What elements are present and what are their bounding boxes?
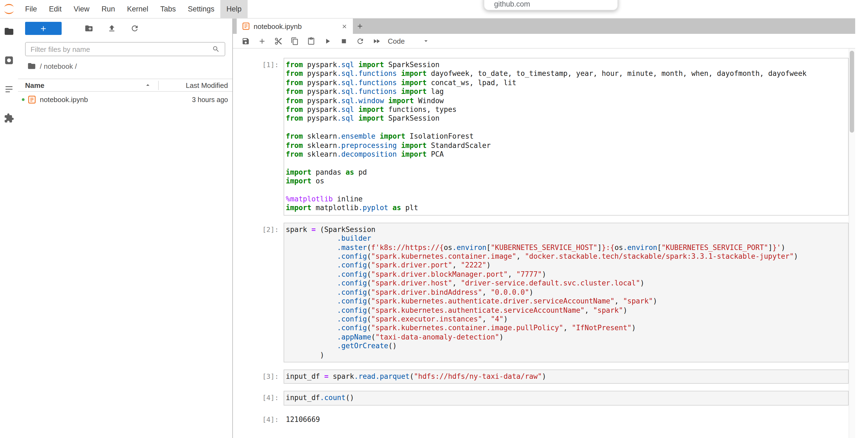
file-name: notebook.ipynb: [40, 95, 159, 104]
code-line: input_df.count(): [286, 394, 846, 403]
stop-icon: [340, 37, 348, 45]
code-cell[interactable]: [1]:from pyspark.sql import SparkSession…: [233, 58, 855, 215]
cell-type-dropdown[interactable]: Code: [388, 37, 430, 45]
notebook-file-icon: [28, 95, 36, 104]
breadcrumb-path: / notebook /: [40, 62, 77, 70]
scrollbar-thumb[interactable]: [850, 51, 854, 133]
restart-kernel-button[interactable]: [353, 35, 367, 47]
menu-help[interactable]: Help: [220, 0, 248, 18]
file-modified: 3 hours ago: [159, 96, 232, 104]
copy-icon: [290, 37, 299, 45]
interrupt-kernel-button[interactable]: [337, 35, 351, 47]
folder-icon: [4, 26, 14, 36]
sidebar-tab-running[interactable]: [4, 55, 14, 65]
new-folder-icon: [84, 24, 93, 33]
menu-view[interactable]: View: [68, 0, 95, 18]
notebook-cells: [1]:from pyspark.sql import SparkSession…: [233, 58, 855, 427]
code-line: from pyspark.sql.functions import lag: [286, 87, 846, 96]
tab-close-button[interactable]: [340, 22, 348, 31]
code-line: from pyspark.sql import SparkSession: [286, 114, 846, 123]
copy-cell-button[interactable]: [287, 35, 302, 47]
code-line: from pyspark.sql.window import Window: [286, 96, 846, 105]
restart-run-all-button[interactable]: [369, 35, 383, 47]
chevron-down-icon: [422, 37, 430, 45]
code-line: [286, 186, 846, 195]
column-header-modified[interactable]: Last Modified: [159, 81, 232, 89]
code-line: .config("spark.kubernetes.container.imag…: [286, 324, 846, 333]
new-folder-button[interactable]: [84, 24, 93, 33]
cut-icon: [274, 37, 282, 45]
file-browser-toolbar: [18, 20, 232, 36]
plus-icon: [356, 22, 364, 30]
home-folder-icon: [27, 62, 36, 70]
code-line: .master(f'k8s://https://{os.environ["KUB…: [286, 243, 846, 252]
sort-ascending-icon: [144, 81, 152, 89]
tab-label: notebook.ipynb: [254, 22, 302, 30]
running-kernel-dot: [22, 98, 25, 101]
sidebar-tab-file-browser[interactable]: [4, 26, 14, 36]
code-line: .config("spark.driver.bindAddress", "0.0…: [286, 288, 846, 297]
menu-edit[interactable]: Edit: [43, 0, 68, 18]
paste-icon: [307, 37, 315, 45]
plus-icon: [258, 37, 266, 45]
code-line: from pyspark.sql import functions, types: [286, 105, 846, 114]
close-icon: [341, 23, 347, 29]
code-line: .config("spark.driver.blockManager.port"…: [286, 270, 846, 279]
popup-domain: github.com: [494, 0, 530, 8]
cell-prompt: [2]:: [233, 223, 284, 362]
file-browser-panel: / notebook / Name Last Modified notebook…: [18, 19, 233, 438]
code-line: import os: [286, 177, 846, 186]
code-line: from pyspark.sql import SparkSession: [286, 61, 846, 69]
refresh-button[interactable]: [130, 24, 139, 33]
code-cell[interactable]: [3]:input_df = spark.read.parquet("hdfs:…: [233, 370, 855, 384]
menu-bar: File Edit View Run Kernel Tabs Settings …: [0, 0, 855, 19]
new-launcher-button[interactable]: [25, 22, 62, 35]
code-line: spark = (SparkSession: [286, 226, 846, 234]
file-row[interactable]: notebook.ipynb 3 hours ago: [18, 93, 232, 107]
code-line: .config("spark.kubernetes.container.imag…: [286, 252, 846, 261]
notebook-panel: [1]:from pyspark.sql import SparkSession…: [233, 49, 855, 438]
code-cell[interactable]: [2]:spark = (SparkSession .builder .mast…: [233, 223, 855, 362]
cell-editor[interactable]: input_df.count(): [284, 391, 849, 406]
jupyter-logo: [3, 3, 15, 15]
menu-run[interactable]: Run: [95, 0, 121, 18]
cell-type-value: Code: [388, 37, 405, 45]
code-line: .appName("taxi-data-anomaly-detection"): [286, 333, 846, 342]
cell-editor[interactable]: input_df = spark.read.parquet("hdfs://hd…: [284, 370, 849, 384]
cell-prompt: [4]:: [233, 391, 284, 406]
plus-icon: [39, 24, 48, 32]
code-cell[interactable]: [4]:input_df.count(): [233, 391, 855, 406]
cut-cell-button[interactable]: [271, 35, 285, 47]
save-button[interactable]: [238, 35, 252, 47]
cell-editor[interactable]: from pyspark.sql import SparkSessionfrom…: [284, 58, 849, 215]
code-line: .getOrCreate(): [286, 342, 846, 351]
menu-tabs[interactable]: Tabs: [154, 0, 182, 18]
new-tab-button[interactable]: [353, 19, 367, 34]
refresh-icon: [130, 24, 139, 33]
code-line: %matplotlib inline: [286, 195, 846, 204]
tab-bar: notebook.ipynb: [233, 19, 855, 34]
menu-settings[interactable]: Settings: [182, 0, 221, 18]
running-kernels-icon: [4, 55, 14, 65]
tab-notebook[interactable]: notebook.ipynb: [237, 19, 353, 34]
jupyterlab-window: File Edit View Run Kernel Tabs Settings …: [0, 0, 868, 438]
paste-cell-button[interactable]: [304, 35, 318, 47]
table-of-contents-icon: [4, 84, 14, 94]
sidebar-tab-extensions[interactable]: [4, 112, 14, 123]
sidebar-tab-toc[interactable]: [4, 84, 14, 94]
upload-button[interactable]: [107, 24, 116, 33]
file-list-header: Name Last Modified: [18, 79, 232, 92]
code-line: ): [286, 351, 846, 360]
column-header-name[interactable]: Name: [18, 81, 158, 89]
run-cell-button[interactable]: [320, 35, 334, 47]
cell-editor[interactable]: spark = (SparkSession .builder .master(f…: [284, 223, 849, 362]
menu-kernel[interactable]: Kernel: [121, 0, 154, 18]
add-cell-button[interactable]: [255, 35, 269, 47]
breadcrumb[interactable]: / notebook /: [18, 56, 232, 74]
code-line: .config("spark.kubernetes.authenticate.d…: [286, 297, 846, 306]
notebook-scrollbar[interactable]: [849, 49, 855, 438]
restart-icon: [356, 37, 364, 45]
file-filter-input[interactable]: [31, 45, 212, 53]
menu-file[interactable]: File: [19, 0, 43, 18]
code-line: from sklearn.ensemble import IsolationFo…: [286, 132, 846, 141]
